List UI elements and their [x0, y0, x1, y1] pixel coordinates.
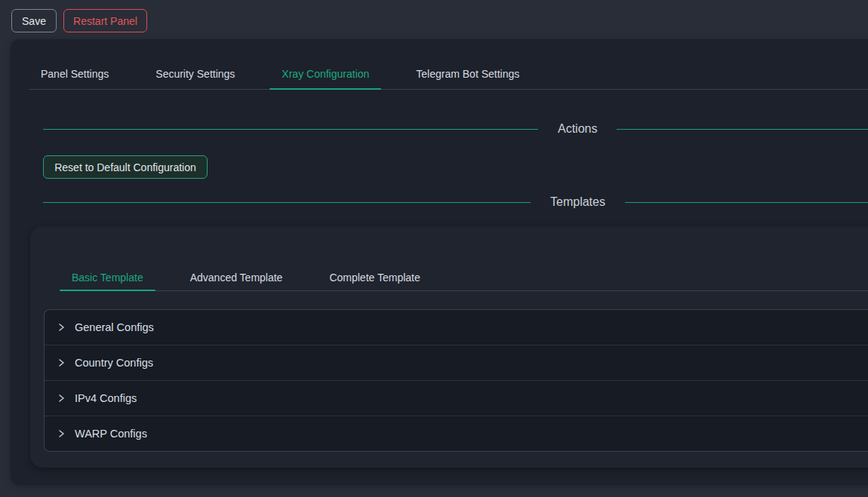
chevron-right-icon	[57, 323, 66, 332]
actions-divider-label: Actions	[538, 122, 617, 136]
main-tabbar: Panel Settings Security Settings Xray Co…	[29, 39, 868, 90]
collapse-header-general-configs[interactable]: General Configs	[45, 310, 868, 345]
divider-line	[617, 129, 868, 130]
reset-default-config-button[interactable]: Reset to Default Configuration	[43, 155, 208, 179]
collapse-label: Country Configs	[75, 357, 153, 369]
templates-divider: Templates	[43, 193, 868, 211]
collapse-label: WARP Configs	[75, 428, 147, 440]
divider-line	[625, 202, 868, 203]
tab-panel-settings[interactable]: Panel Settings	[29, 39, 121, 89]
settings-card: Panel Settings Security Settings Xray Co…	[11, 39, 868, 485]
collapse-label: IPv4 Configs	[75, 392, 137, 404]
chevron-right-icon	[57, 358, 66, 367]
tab-complete-template[interactable]: Complete Template	[317, 226, 432, 290]
collapse-header-ipv4-configs[interactable]: IPv4 Configs	[45, 380, 868, 416]
tab-security-settings[interactable]: Security Settings	[143, 39, 247, 89]
actions-divider: Actions	[43, 120, 868, 138]
collapse-header-country-configs[interactable]: Country Configs	[45, 345, 868, 380]
template-tabbar: Basic Template Advanced Template Complet…	[60, 226, 868, 291]
chevron-right-icon	[57, 394, 66, 403]
templates-card: Basic Template Advanced Template Complet…	[30, 226, 868, 468]
restart-panel-button[interactable]: Restart Panel	[63, 9, 147, 32]
page: Save Restart Panel Panel Settings Securi…	[0, 0, 868, 497]
tab-xray-configuration[interactable]: Xray Configuration	[269, 39, 381, 89]
tab-advanced-template[interactable]: Advanced Template	[178, 226, 295, 290]
config-collapse-list: General Configs Country Configs IPv4 Con…	[44, 309, 868, 452]
chevron-right-icon	[57, 429, 66, 438]
collapse-label: General Configs	[75, 321, 154, 333]
collapse-header-warp-configs[interactable]: WARP Configs	[45, 416, 868, 451]
templates-divider-label: Templates	[531, 195, 625, 209]
divider-line	[43, 129, 538, 130]
tab-basic-template[interactable]: Basic Template	[60, 226, 155, 290]
divider-line	[43, 202, 531, 203]
save-button[interactable]: Save	[11, 9, 57, 32]
tab-telegram-bot-settings[interactable]: Telegram Bot Settings	[404, 39, 531, 89]
